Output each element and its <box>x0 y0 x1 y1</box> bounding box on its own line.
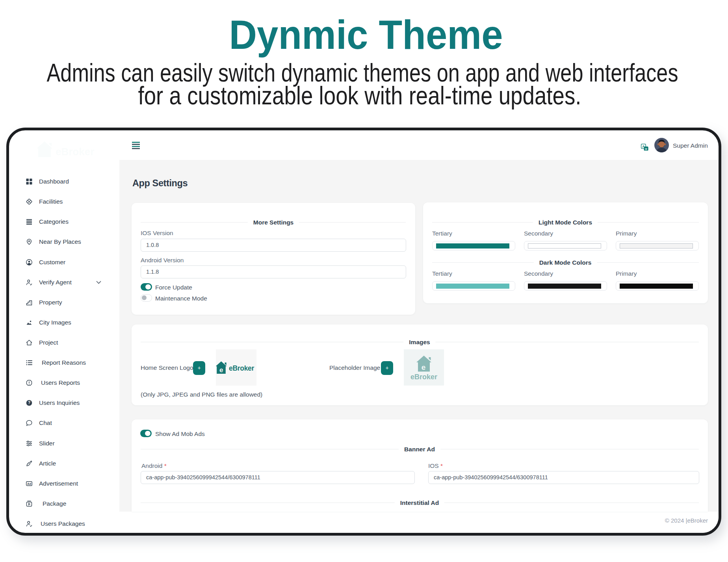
svg-text:?: ? <box>28 401 30 405</box>
svg-text:e: e <box>219 366 223 374</box>
svg-text:e: e <box>422 363 426 371</box>
svg-text:Dynmic Theme: Dynmic Theme <box>229 12 503 57</box>
svg-text:Ad: Ad <box>27 482 31 486</box>
svg-text:eBroker: eBroker <box>229 364 254 372</box>
svg-text:eBroker: eBroker <box>56 146 94 158</box>
svg-text:for a customizable look with r: for a customizable look with real-time u… <box>138 82 581 110</box>
svg-text:eBroker: eBroker <box>410 373 437 381</box>
